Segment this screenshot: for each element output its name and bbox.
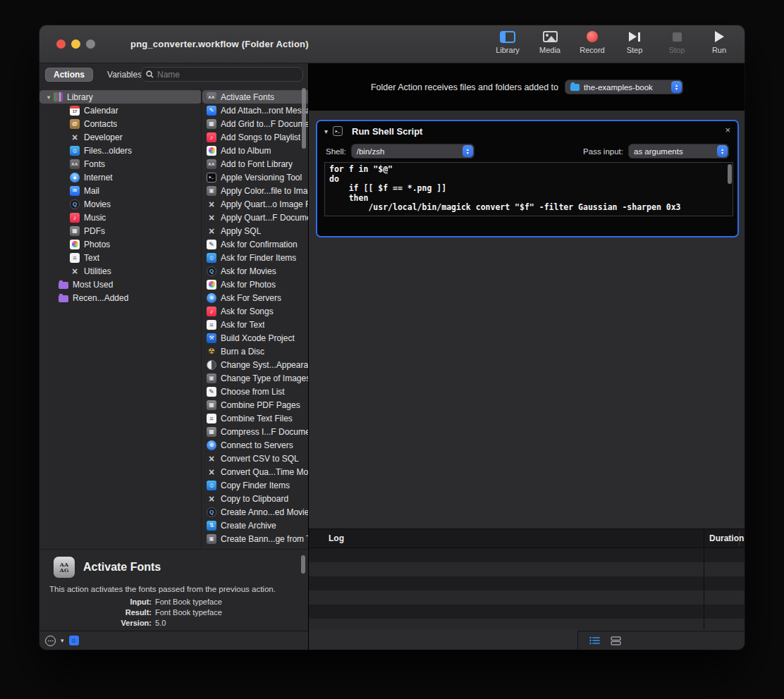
log-row xyxy=(309,605,745,619)
action-list-item[interactable]: Compress I...F Documents xyxy=(202,425,308,438)
action-list-item[interactable]: Ask for Finder Items xyxy=(202,251,308,264)
fontbook-icon xyxy=(207,159,216,169)
library-button[interactable]: Library xyxy=(492,30,523,54)
action-list-item[interactable]: Apply Color...file to Images xyxy=(202,184,308,197)
action-list-item[interactable]: Burn a Disc xyxy=(202,345,308,358)
action-list-item[interactable]: Apply SQL xyxy=(202,224,308,237)
action-list-item[interactable]: Convert Qua...Time Movies xyxy=(202,465,308,478)
media-button[interactable]: Media xyxy=(534,30,565,54)
action-list-item[interactable]: Ask for Movies xyxy=(202,264,308,278)
action-list-item[interactable]: Add to Font Library xyxy=(202,157,308,171)
action-list-item[interactable]: Add Grid to...F Documents xyxy=(202,117,308,130)
action-list-item[interactable]: Ask For Servers xyxy=(202,291,308,304)
action-list-item[interactable]: Create Bann...ge from Text xyxy=(202,532,308,545)
action-list-item[interactable]: Convert CSV to SQL xyxy=(202,452,308,465)
appearance-icon xyxy=(207,360,216,370)
sidebar-item[interactable]: Calendar xyxy=(39,104,202,117)
action-description-fields: Input: Font Book typeface Result: Font B… xyxy=(78,598,261,627)
folder-icon xyxy=(59,282,68,289)
tab-actions[interactable]: Actions xyxy=(45,68,93,82)
utilities-icon xyxy=(207,494,216,504)
record-button[interactable]: Record xyxy=(577,30,608,54)
sidebar-item[interactable]: Music xyxy=(39,211,202,224)
close-action-icon[interactable]: × xyxy=(725,125,730,135)
sidebar-item[interactable]: Utilities xyxy=(39,264,202,278)
action-list-item[interactable]: Combine Text Files xyxy=(202,412,308,425)
contacts-icon xyxy=(70,119,80,129)
search-input[interactable] xyxy=(157,70,298,80)
column-divider xyxy=(704,529,704,548)
media-browser-icon[interactable]: ☺ xyxy=(69,636,79,645)
description-scrollbar[interactable] xyxy=(301,555,305,574)
code-scrollbar[interactable] xyxy=(728,164,732,184)
action-list-item[interactable]: Add Songs to Playlist xyxy=(202,130,308,144)
log-row xyxy=(309,548,745,562)
minimize-window-button[interactable] xyxy=(71,39,80,49)
action-title: Run Shell Script xyxy=(352,126,422,137)
close-window-button[interactable] xyxy=(56,39,66,49)
shell-script-code[interactable]: for f in "$@" do if [[ $f == *.png ]] th… xyxy=(325,163,733,215)
sidebar-item[interactable]: PDFs xyxy=(39,224,202,237)
sidebar-item[interactable]: Internet xyxy=(39,171,202,184)
log-column-header[interactable]: Log xyxy=(329,533,344,543)
chevron-down-icon[interactable]: ▾ xyxy=(44,94,54,101)
column-divider xyxy=(704,548,704,629)
photos-icon xyxy=(207,146,216,156)
action-list-item[interactable]: Ask for Text xyxy=(202,318,308,331)
action-list-item[interactable]: Copy Finder Items xyxy=(202,478,308,492)
action-list-item[interactable]: Apple Versioning Tool xyxy=(202,171,308,184)
run-button[interactable]: Run xyxy=(704,30,735,54)
sidebar-item[interactable]: Developer xyxy=(39,130,202,144)
log-list-view-icon[interactable] xyxy=(589,636,601,645)
run-shell-script-action[interactable]: ▾ Run Shell Script × Shell: /bin/zsh ▴▾ … xyxy=(316,120,739,237)
action-list-item[interactable]: Add Attach...ront Message xyxy=(202,104,308,117)
action-list-item[interactable]: Choose from List xyxy=(202,385,308,398)
library-toolbar-icon xyxy=(500,31,515,43)
collapse-chevron-icon[interactable]: ▾ xyxy=(324,128,328,135)
log-panels-view-icon[interactable] xyxy=(611,636,622,645)
action-list-item[interactable]: Ask for Confirmation xyxy=(202,237,308,251)
action-list-item[interactable]: Change Syst...Appearance xyxy=(202,358,308,371)
zoom-window-button[interactable] xyxy=(86,39,95,49)
actions-scrollbar[interactable] xyxy=(302,88,306,149)
folder-select-popup[interactable]: the-examples-book ▴▾ xyxy=(565,80,683,94)
sidebar-item[interactable]: Recen...Added xyxy=(39,291,202,304)
shell-script-editor[interactable]: for f in "$@" do if [[ $f == *.png ]] th… xyxy=(324,162,733,216)
chevron-down-icon[interactable]: ▾ xyxy=(61,637,64,644)
sidebar-item[interactable]: Mail xyxy=(39,184,202,197)
action-menu-icon[interactable]: ⋯ xyxy=(45,636,56,646)
sidebar-item[interactable]: Files...olders xyxy=(39,144,202,157)
image-icon xyxy=(207,186,216,196)
pass-input-popup[interactable]: as arguments ▴▾ xyxy=(628,144,729,159)
step-button[interactable]: Step xyxy=(619,30,650,54)
sidebar-item[interactable]: Text xyxy=(39,251,202,264)
action-list-item[interactable]: Apply Quart...o Image Files xyxy=(202,197,308,211)
action-list-item[interactable]: Ask for Songs xyxy=(202,304,308,318)
shell-popup[interactable]: /bin/zsh ▴▾ xyxy=(351,144,474,159)
utilities-icon xyxy=(207,467,216,477)
action-list-item[interactable]: Ask for Photos xyxy=(202,278,308,291)
sidebar-item[interactable]: Photos xyxy=(39,237,202,251)
quicktime-icon xyxy=(207,266,216,276)
log-panel: Log Duration xyxy=(309,528,745,629)
sidebar-item[interactable]: Contacts xyxy=(39,117,202,130)
run-icon xyxy=(715,31,724,42)
action-list-item[interactable]: Apply Quart...F Documents xyxy=(202,211,308,224)
action-list-item[interactable]: Add to Album xyxy=(202,144,308,157)
action-list-item[interactable]: Copy to Clipboard xyxy=(202,492,308,505)
action-list-item[interactable]: Connect to Servers xyxy=(202,438,308,452)
action-list-item[interactable]: Create Archive xyxy=(202,519,308,532)
sidebar-item[interactable]: Movies xyxy=(39,197,202,211)
log-row xyxy=(309,562,745,576)
action-list-item[interactable]: Change Type of Images xyxy=(202,371,308,385)
titlebar: png_converter.workflow (Folder Action) L… xyxy=(39,25,745,63)
action-list-item[interactable]: Activate Fonts xyxy=(202,90,308,104)
sidebar-item[interactable]: Most Used xyxy=(39,278,202,291)
sidebar-item[interactable]: ▾ Library xyxy=(39,90,202,104)
action-list-item[interactable]: Combine PDF Pages xyxy=(202,398,308,412)
music-icon xyxy=(207,307,216,316)
action-list-item[interactable]: Create Anno...ed Movie File xyxy=(202,505,308,519)
action-list-item[interactable]: Build Xcode Project xyxy=(202,331,308,345)
search-field[interactable] xyxy=(141,67,303,82)
sidebar-item[interactable]: Fonts xyxy=(39,157,202,171)
